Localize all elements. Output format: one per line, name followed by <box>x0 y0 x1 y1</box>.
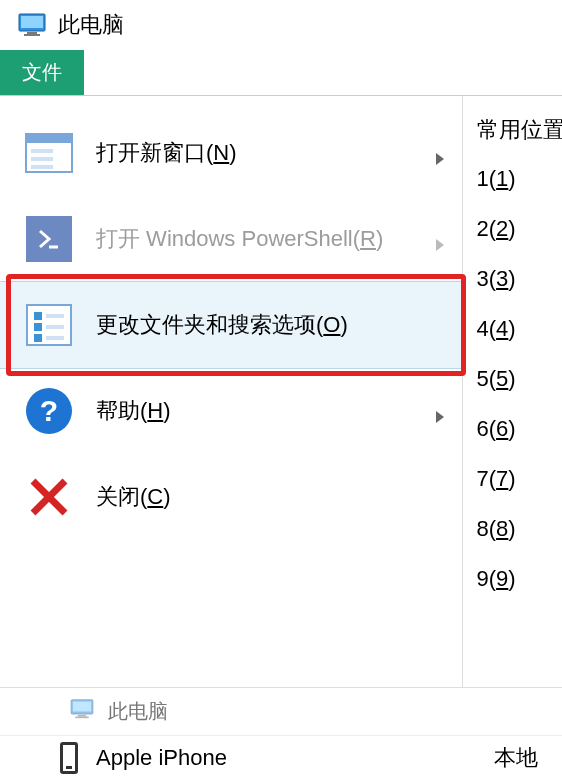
frequent-item-3[interactable]: 3(3) <box>477 254 563 304</box>
menu-item-label: 关闭(C) <box>96 482 448 512</box>
options-icon <box>22 298 76 352</box>
frequent-item-6[interactable]: 6(6) <box>477 404 563 454</box>
svg-rect-1 <box>21 16 43 28</box>
menu-item-label: 打开新窗口(N) <box>96 138 434 168</box>
phone-icon <box>60 742 78 774</box>
tab-file[interactable]: 文件 <box>0 50 84 95</box>
svg-rect-5 <box>73 702 91 712</box>
section-label-local: 本地 <box>494 743 538 773</box>
menu-item-label: 打开 Windows PowerShell(R) <box>96 224 434 254</box>
device-name: Apple iPhone <box>96 745 227 771</box>
nav-tree[interactable]: 此电脑 <box>0 687 562 735</box>
content-row[interactable]: Apple iPhone 本地 <box>0 735 562 779</box>
window-titlebar: 此电脑 <box>0 0 562 50</box>
this-pc-icon <box>70 699 94 724</box>
powershell-icon <box>22 212 76 266</box>
close-icon <box>22 470 76 524</box>
file-menu-dropdown: 打开新窗口(N) 打开 Windows PowerShell(R) 更改文件夹和… <box>0 96 562 687</box>
help-icon: ? <box>22 384 76 438</box>
nav-tree-node-label: 此电脑 <box>108 698 168 725</box>
frequent-item-2[interactable]: 2(2) <box>477 204 563 254</box>
svg-rect-6 <box>78 715 86 717</box>
frequent-item-4[interactable]: 4(4) <box>477 304 563 354</box>
chevron-right-icon <box>434 232 448 246</box>
svg-rect-7 <box>75 717 88 719</box>
frequent-item-1[interactable]: 1(1) <box>477 154 563 204</box>
svg-rect-3 <box>24 34 40 36</box>
window-title: 此电脑 <box>58 10 124 40</box>
menu-item-folder-search-options[interactable]: 更改文件夹和搜索选项(O) <box>0 282 462 368</box>
menu-item-label: 更改文件夹和搜索选项(O) <box>96 310 448 340</box>
frequent-places-pane: 常用位置 1(1) 2(2) 3(3) 4(4) 5(5) 6(6) 7(7) … <box>463 96 563 687</box>
file-menu-panel: 打开新窗口(N) 打开 Windows PowerShell(R) 更改文件夹和… <box>0 96 463 687</box>
chevron-right-icon <box>434 146 448 160</box>
frequent-item-7[interactable]: 7(7) <box>477 454 563 504</box>
ribbon-tab-bar: 文件 <box>0 50 562 96</box>
menu-item-close[interactable]: 关闭(C) <box>0 454 462 540</box>
tab-file-label: 文件 <box>22 59 62 86</box>
new-window-icon <box>22 126 76 180</box>
chevron-right-icon <box>434 404 448 418</box>
frequent-item-5[interactable]: 5(5) <box>477 354 563 404</box>
menu-item-label: 帮助(H) <box>96 396 434 426</box>
menu-item-open-new-window[interactable]: 打开新窗口(N) <box>0 110 462 196</box>
frequent-item-8[interactable]: 8(8) <box>477 504 563 554</box>
menu-item-help[interactable]: ? 帮助(H) <box>0 368 462 454</box>
frequent-item-9[interactable]: 9(9) <box>477 554 563 604</box>
this-pc-icon <box>18 13 46 37</box>
svg-rect-2 <box>27 32 37 34</box>
menu-item-open-powershell: 打开 Windows PowerShell(R) <box>0 196 462 282</box>
frequent-places-header: 常用位置 <box>477 106 563 154</box>
